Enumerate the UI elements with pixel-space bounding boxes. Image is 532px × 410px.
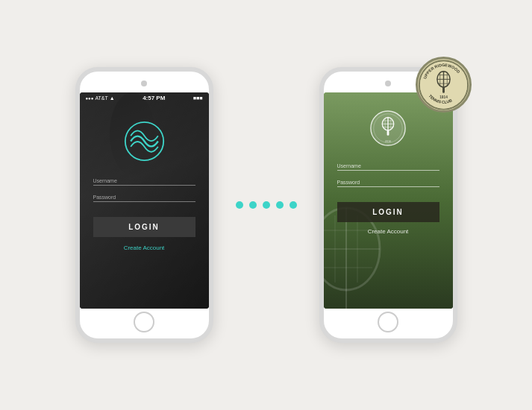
svg-text:2016: 2016 [385, 140, 392, 143]
scene: ●●● AT&T ▲ 4:57 PM ■■■ [75, 67, 457, 343]
phone1-username-field[interactable] [93, 185, 195, 186]
phone2-login-form: Username Password LOGIN Create Account [324, 163, 453, 235]
phone2-home-button[interactable] [378, 312, 398, 332]
phone2-screen: 2016 Username Password LOGIN Cre [324, 92, 453, 309]
phone1-login-btn-area: LOGIN Create Account [93, 217, 195, 251]
dot-5 [290, 201, 297, 209]
phone2-frame: UPPER RIDGEWOOD TENNIS CLUB [319, 67, 457, 343]
phone2-login-btn-area: LOGIN Create Account [337, 202, 439, 235]
phone1-status-bar: ●●● AT&T ▲ 4:57 PM ■■■ [80, 92, 209, 104]
ridgewood-badge-overlay: UPPER RIDGEWOOD TENNIS CLUB [416, 57, 475, 116]
phone1-password-group: Password [93, 195, 195, 202]
teal-logo-icon [124, 121, 165, 162]
phone2-username-field[interactable] [337, 170, 439, 171]
phone1-screen: ●●● AT&T ▲ 4:57 PM ■■■ [80, 92, 209, 309]
phone1-background: ●●● AT&T ▲ 4:57 PM ■■■ [80, 92, 209, 309]
dot-2 [249, 201, 257, 209]
phone2-club-logo-icon: 2016 [369, 110, 407, 147]
svg-rect-16 [442, 86, 445, 92]
phone1-create-account-link[interactable]: Create Account [93, 245, 195, 251]
phone2-password-group: Password [337, 180, 439, 187]
phone1-home-button[interactable] [134, 312, 154, 332]
phone2-password-label: Password [337, 180, 439, 185]
dots-connector [236, 201, 297, 209]
phone2-password-field[interactable] [337, 186, 439, 187]
phone1-battery: ■■■ [193, 95, 203, 101]
phone1-username-group: Username [93, 178, 195, 186]
dot-4 [276, 201, 284, 209]
phone1-login-button[interactable]: LOGIN [93, 217, 195, 237]
svg-text:1914: 1914 [439, 95, 448, 99]
phone1-time: 4:57 PM [143, 95, 165, 101]
dot-1 [236, 201, 243, 209]
carrier-text: AT&T [95, 95, 107, 101]
phone1-carrier: ●●● AT&T ▲ [86, 95, 115, 101]
ridgewood-badge: UPPER RIDGEWOOD TENNIS CLUB [416, 57, 472, 113]
phone2-create-account-link[interactable]: Create Account [337, 228, 439, 235]
badge-svg: UPPER RIDGEWOOD TENNIS CLUB [418, 58, 469, 112]
phone2-background: 2016 Username Password LOGIN Cre [324, 92, 453, 309]
phone1-frame: ●●● AT&T ▲ 4:57 PM ■■■ [75, 67, 213, 343]
phone2-username-label: Username [337, 163, 439, 168]
phone2-username-group: Username [337, 163, 439, 171]
phone1-password-field[interactable] [93, 201, 195, 202]
svg-rect-36 [387, 130, 389, 135]
dot-3 [263, 201, 270, 209]
phone2-login-button[interactable]: LOGIN [337, 202, 439, 222]
phone1-username-label: Username [93, 178, 195, 183]
phone1-login-form: Username Password LOGIN Create Account [80, 178, 209, 251]
phone1-logo-area [80, 104, 209, 178]
phone1-password-label: Password [93, 195, 195, 200]
